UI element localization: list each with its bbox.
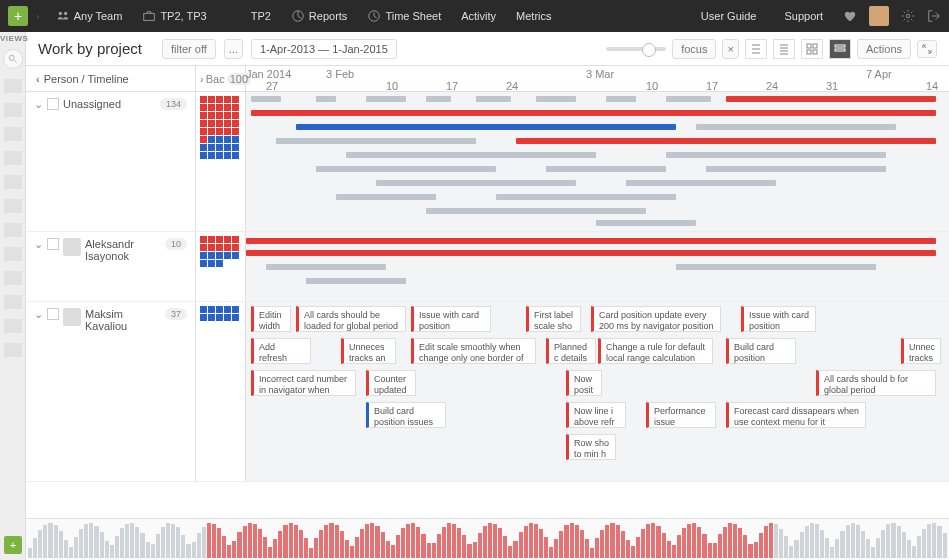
backlog-item[interactable] [224,128,231,135]
backlog-item[interactable] [200,252,207,259]
backlog-item[interactable] [216,104,223,111]
view-mode-4[interactable] [829,39,851,59]
task-card[interactable]: Unneces tracks an [341,338,396,364]
view-item[interactable] [4,223,22,237]
collapse-icon[interactable]: ⌄ [34,308,43,321]
backlog-item[interactable] [216,136,223,143]
backlog-item[interactable] [232,120,239,127]
backlog-item[interactable] [232,314,239,321]
backlog-item[interactable] [208,104,215,111]
date-range-picker[interactable]: 1-Apr-2013 — 1-Jan-2015 [251,39,397,59]
timeline-bar[interactable] [496,194,676,200]
lane-timeline[interactable]: Editin widthAll cards should be loaded f… [246,302,949,481]
logout-icon[interactable] [927,9,941,23]
task-card[interactable]: Editin width [251,306,291,332]
backlog-item[interactable] [216,236,223,243]
backlog-item[interactable] [232,136,239,143]
view-item[interactable] [4,199,22,213]
backlog-item[interactable] [200,112,207,119]
backlog-item[interactable] [232,252,239,259]
backlog-item[interactable] [208,236,215,243]
view-item[interactable] [4,247,22,261]
filter-button[interactable]: filter off [162,39,216,59]
timeline-bar[interactable] [251,110,936,116]
backlog-item[interactable] [216,144,223,151]
task-card[interactable]: Row sho to min h [566,434,616,460]
backlog-item[interactable] [208,128,215,135]
backlog-item[interactable] [224,104,231,111]
nav-userguide[interactable]: User Guide [693,10,765,22]
view-mode-2[interactable] [773,39,795,59]
backlog-item[interactable] [208,120,215,127]
focus-close-button[interactable]: × [722,39,738,59]
backlog-cell[interactable] [196,232,246,301]
view-item[interactable] [4,151,22,165]
timeline-bar[interactable] [296,124,676,130]
backlog-item[interactable] [208,244,215,251]
task-card[interactable]: Build card position issues [726,338,796,364]
task-card[interactable]: Issue with card position [741,306,816,332]
add-button[interactable]: + [8,6,28,26]
task-card[interactable]: Planned c details are [546,338,596,364]
view-item[interactable] [4,175,22,189]
timeline-bar[interactable] [696,124,896,130]
backlog-item[interactable] [224,96,231,103]
backlog-item[interactable] [208,152,215,159]
backlog-item[interactable] [216,120,223,127]
backlog-header[interactable]: › Bac 100 [196,66,246,91]
backlog-item[interactable] [224,120,231,127]
timeline-bar[interactable] [246,238,936,244]
backlog-item[interactable] [208,260,215,267]
backlog-item[interactable] [232,244,239,251]
nav-support[interactable]: Support [776,10,831,22]
timeline-bar[interactable] [536,96,576,102]
timeline-bar[interactable] [606,96,636,102]
project-selector[interactable]: TP2, TP3 [134,9,214,23]
backlog-cell[interactable] [196,302,246,481]
timeline-bar[interactable] [316,166,496,172]
backlog-item[interactable] [216,112,223,119]
backlog-item[interactable] [200,136,207,143]
backlog-item[interactable] [200,314,207,321]
timeline-bar[interactable] [346,152,596,158]
backlog-item[interactable] [200,96,207,103]
backlog-item[interactable] [232,104,239,111]
timeline-bar[interactable] [666,152,886,158]
task-card[interactable]: Unnec tracks [901,338,941,364]
backlog-item[interactable] [232,128,239,135]
view-item[interactable] [4,319,22,333]
timeline-bar[interactable] [336,194,436,200]
backlog-item[interactable] [200,306,207,313]
heart-icon[interactable] [843,9,857,23]
fullscreen-button[interactable] [917,40,937,58]
timeline-bar[interactable] [426,96,451,102]
backlog-item[interactable] [232,152,239,159]
filter-more-button[interactable]: ... [224,39,243,59]
nav-reports[interactable]: Reports [283,9,356,23]
backlog-item[interactable] [224,244,231,251]
task-card[interactable]: Change a rule for default local range ca… [598,338,713,364]
user-avatar[interactable] [869,6,889,26]
timeline-bar[interactable] [516,138,936,144]
task-card[interactable]: Forecast card dissapears when use contex… [726,402,866,428]
timeline-bar[interactable] [596,220,696,226]
actions-button[interactable]: Actions [857,39,911,59]
backlog-item[interactable] [200,152,207,159]
lane-checkbox[interactable] [47,308,59,320]
zoom-slider[interactable] [606,47,666,51]
timeline-bar[interactable] [251,96,281,102]
backlog-item[interactable] [224,144,231,151]
view-mode-1[interactable] [745,39,767,59]
view-item[interactable] [4,79,22,93]
backlog-item[interactable] [208,252,215,259]
focus-button[interactable]: focus [672,39,716,59]
lane-checkbox[interactable] [47,238,59,250]
timeline-bar[interactable] [306,278,406,284]
backlog-item[interactable] [200,236,207,243]
nav-metrics[interactable]: Metrics [508,10,559,22]
column-label[interactable]: ‹ Person / Timeline [26,66,196,91]
backlog-item[interactable] [208,96,215,103]
lane-checkbox[interactable] [47,98,59,110]
timeline-bar[interactable] [676,264,876,270]
timeline-bar[interactable] [246,250,936,256]
